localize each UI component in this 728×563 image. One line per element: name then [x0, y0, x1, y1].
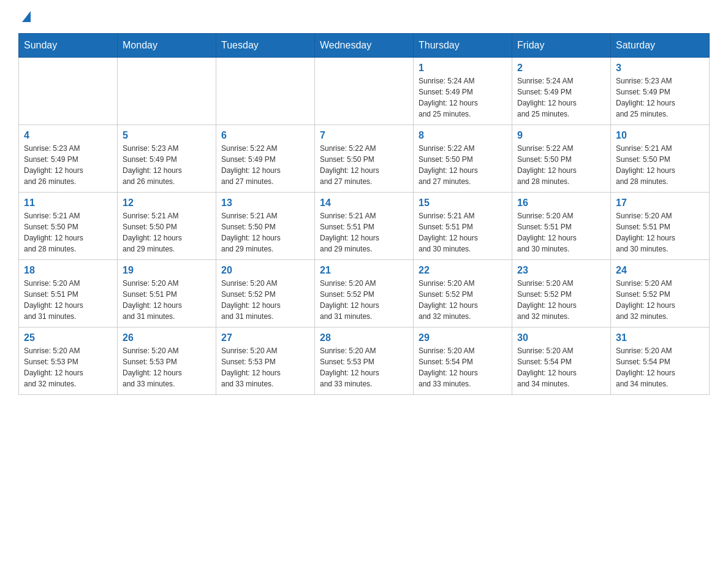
calendar-cell — [315, 58, 414, 125]
weekday-header-thursday: Thursday — [414, 34, 512, 58]
day-info: Sunrise: 5:23 AM Sunset: 5:49 PM Dayligh… — [123, 143, 211, 187]
day-number: 15 — [419, 197, 507, 209]
day-info: Sunrise: 5:23 AM Sunset: 5:49 PM Dayligh… — [616, 75, 704, 120]
day-number: 6 — [221, 130, 309, 141]
calendar-cell: 28Sunrise: 5:20 AM Sunset: 5:53 PM Dayli… — [315, 327, 414, 395]
calendar-cell: 1Sunrise: 5:24 AM Sunset: 5:49 PM Daylig… — [414, 58, 512, 125]
calendar-cell: 16Sunrise: 5:20 AM Sunset: 5:51 PM Dayli… — [512, 193, 611, 260]
calendar-cell: 29Sunrise: 5:20 AM Sunset: 5:54 PM Dayli… — [414, 327, 512, 395]
day-info: Sunrise: 5:21 AM Sunset: 5:50 PM Dayligh… — [24, 210, 112, 255]
day-info: Sunrise: 5:20 AM Sunset: 5:51 PM Dayligh… — [616, 210, 704, 255]
weekday-header-sunday: Sunday — [19, 34, 118, 58]
calendar-cell: 6Sunrise: 5:22 AM Sunset: 5:49 PM Daylig… — [216, 125, 315, 193]
day-number: 16 — [517, 197, 605, 209]
day-info: Sunrise: 5:21 AM Sunset: 5:50 PM Dayligh… — [123, 210, 211, 255]
day-number: 22 — [419, 265, 507, 276]
logo-triangle-icon — [22, 11, 31, 22]
day-info: Sunrise: 5:21 AM Sunset: 5:51 PM Dayligh… — [320, 210, 408, 255]
day-info: Sunrise: 5:20 AM Sunset: 5:54 PM Dayligh… — [517, 345, 605, 389]
calendar-cell: 12Sunrise: 5:21 AM Sunset: 5:50 PM Dayli… — [118, 193, 216, 260]
calendar-header-row: SundayMondayTuesdayWednesdayThursdayFrid… — [19, 34, 710, 58]
calendar-cell: 7Sunrise: 5:22 AM Sunset: 5:50 PM Daylig… — [315, 125, 414, 193]
day-info: Sunrise: 5:20 AM Sunset: 5:51 PM Dayligh… — [24, 278, 112, 322]
day-info: Sunrise: 5:21 AM Sunset: 5:51 PM Dayligh… — [419, 210, 507, 255]
day-info: Sunrise: 5:21 AM Sunset: 5:50 PM Dayligh… — [616, 143, 704, 187]
calendar-cell: 2Sunrise: 5:24 AM Sunset: 5:49 PM Daylig… — [512, 58, 611, 125]
day-info: Sunrise: 5:20 AM Sunset: 5:53 PM Dayligh… — [320, 345, 408, 389]
day-number: 18 — [24, 265, 112, 276]
day-info: Sunrise: 5:24 AM Sunset: 5:49 PM Dayligh… — [419, 75, 507, 120]
page-header — [18, 12, 710, 23]
weekday-header-tuesday: Tuesday — [216, 34, 315, 58]
day-number: 26 — [123, 332, 211, 343]
calendar-cell: 31Sunrise: 5:20 AM Sunset: 5:54 PM Dayli… — [611, 327, 710, 395]
calendar-cell: 10Sunrise: 5:21 AM Sunset: 5:50 PM Dayli… — [611, 125, 710, 193]
week-row-2: 4Sunrise: 5:23 AM Sunset: 5:49 PM Daylig… — [19, 125, 710, 193]
calendar-cell — [118, 58, 216, 125]
day-number: 7 — [320, 130, 408, 141]
calendar-cell: 9Sunrise: 5:22 AM Sunset: 5:50 PM Daylig… — [512, 125, 611, 193]
calendar-cell: 8Sunrise: 5:22 AM Sunset: 5:50 PM Daylig… — [414, 125, 512, 193]
day-info: Sunrise: 5:20 AM Sunset: 5:54 PM Dayligh… — [419, 345, 507, 389]
calendar-cell: 20Sunrise: 5:20 AM Sunset: 5:52 PM Dayli… — [216, 260, 315, 327]
calendar-cell: 24Sunrise: 5:20 AM Sunset: 5:52 PM Dayli… — [611, 260, 710, 327]
calendar-cell: 14Sunrise: 5:21 AM Sunset: 5:51 PM Dayli… — [315, 193, 414, 260]
day-info: Sunrise: 5:20 AM Sunset: 5:54 PM Dayligh… — [616, 345, 704, 389]
day-number: 20 — [221, 265, 309, 276]
day-number: 17 — [616, 197, 704, 209]
day-info: Sunrise: 5:22 AM Sunset: 5:50 PM Dayligh… — [320, 143, 408, 187]
day-number: 23 — [517, 265, 605, 276]
logo — [18, 12, 36, 23]
weekday-header-wednesday: Wednesday — [315, 34, 414, 58]
calendar-cell: 3Sunrise: 5:23 AM Sunset: 5:49 PM Daylig… — [611, 58, 710, 125]
day-info: Sunrise: 5:20 AM Sunset: 5:52 PM Dayligh… — [221, 278, 309, 322]
day-number: 8 — [419, 130, 507, 141]
week-row-4: 18Sunrise: 5:20 AM Sunset: 5:51 PM Dayli… — [19, 260, 710, 327]
weekday-header-saturday: Saturday — [611, 34, 710, 58]
day-number: 31 — [616, 332, 704, 343]
calendar-cell: 22Sunrise: 5:20 AM Sunset: 5:52 PM Dayli… — [414, 260, 512, 327]
day-info: Sunrise: 5:20 AM Sunset: 5:53 PM Dayligh… — [221, 345, 309, 389]
calendar-cell: 30Sunrise: 5:20 AM Sunset: 5:54 PM Dayli… — [512, 327, 611, 395]
day-number: 24 — [616, 265, 704, 276]
week-row-1: 1Sunrise: 5:24 AM Sunset: 5:49 PM Daylig… — [19, 58, 710, 125]
day-info: Sunrise: 5:22 AM Sunset: 5:50 PM Dayligh… — [419, 143, 507, 187]
calendar-cell — [19, 58, 118, 125]
day-number: 1 — [419, 63, 507, 74]
day-info: Sunrise: 5:20 AM Sunset: 5:52 PM Dayligh… — [517, 278, 605, 322]
weekday-header-monday: Monday — [118, 34, 216, 58]
day-info: Sunrise: 5:22 AM Sunset: 5:49 PM Dayligh… — [221, 143, 309, 187]
day-info: Sunrise: 5:20 AM Sunset: 5:52 PM Dayligh… — [320, 278, 408, 322]
day-number: 30 — [517, 332, 605, 343]
day-number: 13 — [221, 197, 309, 209]
day-info: Sunrise: 5:20 AM Sunset: 5:53 PM Dayligh… — [123, 345, 211, 389]
day-number: 5 — [123, 130, 211, 141]
day-info: Sunrise: 5:20 AM Sunset: 5:53 PM Dayligh… — [24, 345, 112, 389]
day-info: Sunrise: 5:24 AM Sunset: 5:49 PM Dayligh… — [517, 75, 605, 120]
calendar-cell: 25Sunrise: 5:20 AM Sunset: 5:53 PM Dayli… — [19, 327, 118, 395]
calendar-cell: 21Sunrise: 5:20 AM Sunset: 5:52 PM Dayli… — [315, 260, 414, 327]
day-info: Sunrise: 5:22 AM Sunset: 5:50 PM Dayligh… — [517, 143, 605, 187]
day-number: 12 — [123, 197, 211, 209]
day-number: 11 — [24, 197, 112, 209]
day-info: Sunrise: 5:20 AM Sunset: 5:52 PM Dayligh… — [616, 278, 704, 322]
calendar-cell: 17Sunrise: 5:20 AM Sunset: 5:51 PM Dayli… — [611, 193, 710, 260]
calendar-cell: 23Sunrise: 5:20 AM Sunset: 5:52 PM Dayli… — [512, 260, 611, 327]
day-number: 25 — [24, 332, 112, 343]
day-info: Sunrise: 5:20 AM Sunset: 5:52 PM Dayligh… — [419, 278, 507, 322]
week-row-5: 25Sunrise: 5:20 AM Sunset: 5:53 PM Dayli… — [19, 327, 710, 395]
day-number: 4 — [24, 130, 112, 141]
calendar-cell — [216, 58, 315, 125]
day-number: 10 — [616, 130, 704, 141]
week-row-3: 11Sunrise: 5:21 AM Sunset: 5:50 PM Dayli… — [19, 193, 710, 260]
weekday-header-friday: Friday — [512, 34, 611, 58]
calendar-table: SundayMondayTuesdayWednesdayThursdayFrid… — [18, 33, 710, 395]
calendar-cell: 13Sunrise: 5:21 AM Sunset: 5:50 PM Dayli… — [216, 193, 315, 260]
day-info: Sunrise: 5:21 AM Sunset: 5:50 PM Dayligh… — [221, 210, 309, 255]
calendar-cell: 15Sunrise: 5:21 AM Sunset: 5:51 PM Dayli… — [414, 193, 512, 260]
day-number: 29 — [419, 332, 507, 343]
calendar-cell: 26Sunrise: 5:20 AM Sunset: 5:53 PM Dayli… — [118, 327, 216, 395]
day-number: 3 — [616, 63, 704, 74]
day-number: 21 — [320, 265, 408, 276]
calendar-cell: 19Sunrise: 5:20 AM Sunset: 5:51 PM Dayli… — [118, 260, 216, 327]
